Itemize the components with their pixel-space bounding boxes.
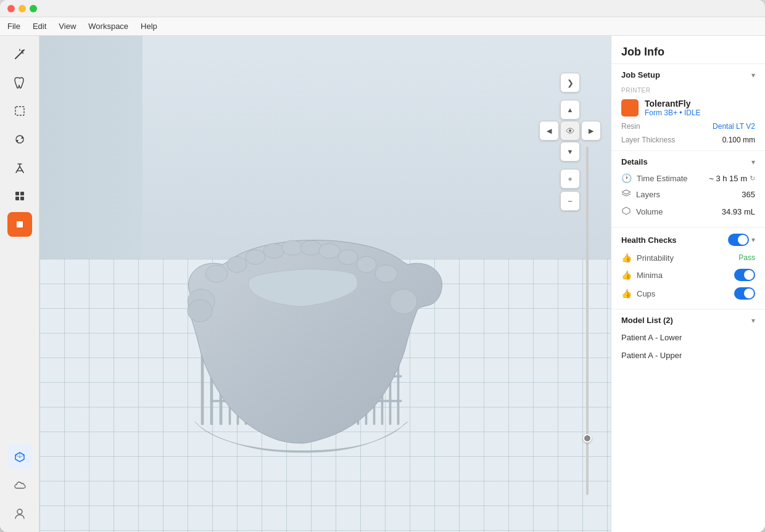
time-estimate-row: 🕐 Time Estimate ~ 3 h 15 m ↻ [621,170,755,186]
slider-thumb[interactable] [583,434,592,443]
printer-status: Form 3B+ • IDLE [645,108,701,117]
svg-point-58 [357,256,376,272]
resin-row: Resin Dental LT V2 [621,122,755,131]
zoom-out-button[interactable]: − [560,191,580,211]
menu-view[interactable]: View [59,22,76,31]
svg-point-64 [569,129,571,132]
svg-rect-14 [20,197,24,200]
details-section: Details ▾ 🕐 Time Estimate ~ 3 h 15 m ↻ [611,150,765,227]
vertical-slider[interactable] [582,147,592,495]
layer-thickness-label: Layer Thickness [621,136,675,144]
svg-point-59 [375,265,397,282]
cube-button[interactable] [7,444,32,469]
layers-value: 365 [742,190,755,199]
maximize-dot[interactable] [30,5,37,12]
svg-line-4 [22,51,23,52]
chevron-down-icon: ▾ [751,71,755,80]
svg-rect-11 [15,192,19,195]
viewport[interactable]: PATIENT A LOWER ❯ ▲ ◀ [39,36,611,532]
menu-help[interactable]: Help [141,22,157,31]
health-checks-chevron-icon: ▾ [751,235,755,244]
model-list-title: Model List (2) [621,316,673,325]
menu-edit[interactable]: Edit [33,22,46,31]
menu-bar: File Edit View Workspace Help [0,17,765,36]
dental-model: PATIENT A LOWER [115,166,497,462]
svg-line-0 [15,52,22,59]
volume-label: Volume [636,207,663,216]
layer-thickness-value: 0.100 mm [722,136,755,144]
volume-icon [621,206,631,218]
menu-workspace[interactable]: Workspace [88,22,128,31]
tooth-button[interactable] [7,70,32,95]
minima-thumb-icon: 👍 [621,270,632,280]
svg-point-55 [300,240,321,255]
slider-track [586,147,589,495]
nav-eye-button[interactable] [560,121,580,141]
svg-line-17 [20,455,24,457]
svg-point-61 [188,300,212,322]
job-setup-header[interactable]: Job Setup ▾ [621,70,755,80]
model-item-lower[interactable]: Patient A - Lower [621,329,755,346]
close-dot[interactable] [7,5,15,12]
printability-status: Pass [738,253,755,262]
svg-rect-13 [15,197,19,200]
nav-right-button[interactable]: ▶ [581,121,601,141]
svg-point-53 [263,243,284,258]
nav-up-button[interactable]: ▲ [560,100,580,120]
printability-label: Printability [637,253,674,263]
layout-button[interactable] [7,184,32,208]
user-button[interactable] [7,501,32,526]
minima-toggle[interactable] [734,269,755,281]
minima-label: Minima [637,271,663,280]
support-button[interactable] [7,155,32,180]
svg-rect-12 [20,192,24,195]
health-checks-section: Health Checks ▾ 👍 Printability Pass [611,227,765,309]
model-list-chevron-icon: ▾ [751,316,755,325]
resin-value: Dental LT V2 [713,122,755,131]
nav-down-button[interactable]: ▼ [560,142,580,162]
minima-row: 👍 Minima [621,266,755,284]
printer-card: TolerantFly Form 3B+ • IDLE [621,99,755,117]
health-checks-toggle[interactable] [728,234,749,246]
health-checks-header[interactable]: Health Checks ▾ [621,234,755,246]
model-list-header[interactable]: Model List (2) ▾ [621,316,755,325]
layers-label: Layers [636,190,660,199]
job-setup-title: Job Setup [621,70,660,80]
selection-button[interactable] [7,99,32,123]
details-chevron-icon: ▾ [751,158,755,166]
rotate-button[interactable] [7,127,32,152]
expand-button[interactable]: ❯ [560,73,580,92]
layers-icon [621,189,631,200]
svg-point-51 [227,256,247,272]
refresh-icon[interactable]: ↻ [750,174,755,182]
cloud-button[interactable] [7,473,32,497]
svg-point-50 [205,265,228,282]
health-toggle-group: ▾ [728,234,755,246]
zoom-in-button[interactable]: + [560,169,580,189]
right-panel: Job Info Job Setup ▾ PRINTER TolerantFly… [611,36,765,532]
svg-point-54 [282,240,303,255]
main-layout: PATIENT A LOWER ❯ ▲ ◀ [0,36,765,532]
printability-row: 👍 Printability Pass [621,250,755,266]
volume-row: Volume 34.93 mL [621,203,755,221]
minimize-dot[interactable] [19,5,26,12]
magic-wand-button[interactable] [7,42,32,67]
printer-icon [621,99,639,117]
menu-file[interactable]: File [7,22,20,31]
left-toolbar [0,36,39,532]
nav-left-button[interactable]: ◀ [539,121,559,141]
volume-value: 34.93 mL [722,207,755,216]
job-setup-section: Job Setup ▾ PRINTER TolerantFly Form 3B+… [611,63,765,150]
model-item-upper[interactable]: Patient A - Upper [621,346,755,364]
title-bar [0,0,765,17]
details-header[interactable]: Details ▾ [621,157,755,166]
resin-label: Resin [621,122,640,131]
svg-point-52 [246,250,265,264]
cups-toggle[interactable] [734,287,755,300]
layer-thickness-row: Layer Thickness 0.100 mm [621,136,755,144]
svg-rect-15 [17,221,23,227]
cups-label: Cups [637,289,655,298]
window-controls [7,5,37,12]
svg-point-19 [17,509,22,514]
print-button[interactable] [7,212,32,237]
